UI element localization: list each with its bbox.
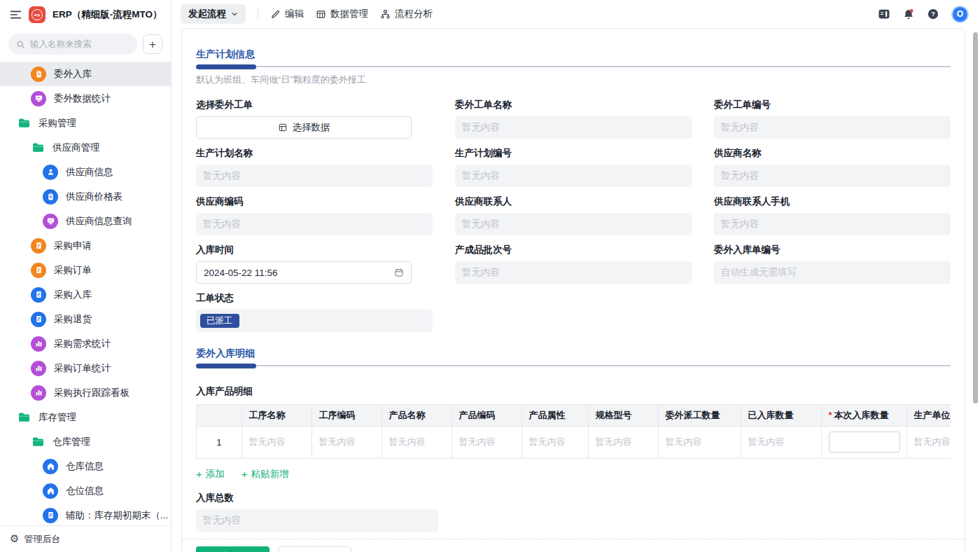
datetime-input[interactable]: 2024-05-22 11:56 (196, 261, 412, 284)
select-data-button[interactable]: 选择数据 (196, 116, 412, 139)
notifications-bell-icon[interactable] (902, 8, 915, 21)
folder-icon (31, 435, 45, 448)
field-label: 供应商联系人手机 (714, 195, 951, 208)
start-process-label: 发起流程 (188, 8, 226, 20)
gear-icon: ⚙ (10, 534, 19, 544)
total-inbound-field: 入库总数 暂无内容 (196, 492, 438, 532)
form-field: 生产计划编号暂无内容 (455, 147, 692, 187)
column-header: 生产单位 (906, 405, 951, 426)
home-icon (43, 459, 58, 474)
detail-table-wrap: 工序名称工序编码产品名称产品编码产品属性规格型号委外派工数量已入库数量*本次入库… (196, 404, 951, 459)
sidebar-item[interactable]: 仓位信息 (0, 478, 171, 503)
table-cell: 暂无内容 (588, 426, 658, 458)
field-label: 产成品批次号 (455, 244, 692, 256)
table-grid-icon (316, 9, 326, 20)
form-field: 生产计划名称暂无内容 (196, 147, 433, 187)
sidebar-item-label: 采购申请 (54, 240, 92, 252)
hamburger-menu-icon[interactable] (10, 10, 22, 20)
readonly-field: 暂无内容 (455, 261, 692, 284)
search-box[interactable] (8, 34, 137, 55)
sidebar-item[interactable]: 供应商管理 (0, 135, 171, 160)
detail-table: 工序名称工序编码产品名称产品编码产品属性规格型号委外派工数量已入库数量*本次入库… (197, 405, 951, 459)
sidebar-item[interactable]: 仓库管理 (0, 429, 171, 454)
sidebar-item[interactable]: 采购管理 (0, 111, 171, 135)
inbound-quantity-input[interactable] (829, 432, 900, 453)
sidebar-item[interactable]: 供应商价格表 (0, 184, 171, 209)
admin-backend-link[interactable]: ⚙ 管理后台 (0, 525, 171, 552)
folder-icon (17, 116, 31, 130)
section-subtitle: 默认为班组、车间做“日”颗粒度的委外报工 (196, 74, 951, 86)
data-management-menu-item[interactable]: 数据管理 (316, 8, 368, 20)
required-asterisk: * (829, 410, 832, 420)
sidebar-item[interactable]: 采购执行跟踪看板 (0, 380, 171, 405)
sidebar-item[interactable]: 委外数据统计 (0, 86, 171, 111)
sidebar-item[interactable]: 采购订单统计 (0, 356, 171, 380)
user-avatar[interactable]: O (951, 6, 969, 23)
table-cell: 暂无内容 (241, 426, 312, 458)
calendar-icon (394, 268, 404, 277)
paste-add-link[interactable]: + 粘贴新增 (241, 468, 289, 481)
doc-icon (31, 287, 46, 303)
person-icon (43, 165, 58, 180)
sidebar-item[interactable]: 采购需求统计 (0, 331, 171, 356)
column-header: 已入库数量 (741, 405, 821, 426)
detail-table-label: 入库产品明细 (196, 385, 951, 398)
section-outsourcing-inbound-detail: 委外入库明细 (196, 347, 951, 368)
sidebar-menu: 委外入库委外数据统计采购管理供应商管理供应商信息供应商价格表供应商信息查询采购申… (0, 62, 171, 525)
scrollbar[interactable] (973, 32, 978, 403)
help-icon[interactable]: ? (927, 8, 939, 20)
search-input[interactable] (30, 39, 130, 49)
row-number-cell: 1 (197, 426, 241, 458)
process-analysis-label: 流程分析 (395, 8, 433, 20)
total-inbound-value: 暂无内容 (196, 509, 438, 532)
sidebar-item[interactable]: 采购退货 (0, 307, 171, 331)
plus-icon: + (241, 469, 248, 479)
table-cell: 暂无内容 (658, 426, 741, 458)
sidebar-item[interactable]: 库存管理 (0, 405, 171, 429)
field-label: 供应商联系人 (455, 195, 692, 208)
field-label: 入库时间 (196, 244, 433, 256)
org-chart-icon (380, 9, 391, 20)
section-progress-bar (196, 64, 951, 69)
monitor-icon (31, 91, 46, 106)
edit-menu-item[interactable]: 编辑 (270, 8, 304, 20)
sidebar-item-label: 库存管理 (38, 411, 76, 424)
readonly-field: 暂无内容 (455, 213, 692, 235)
sidebar-header: erp ERP（精细版-流程MTO） (0, 0, 171, 29)
add-button[interactable]: + (143, 34, 162, 54)
column-header: 工序编码 (312, 405, 382, 426)
sidebar-item[interactable]: 采购入库 (0, 282, 171, 307)
sidebar-item[interactable]: 仓库信息 (0, 454, 171, 478)
sidebar-item[interactable]: 辅助：库存期初期末（... (0, 503, 171, 525)
submit-button[interactable]: 提交 (196, 546, 270, 552)
section-title: 委外入库明细 (196, 347, 951, 360)
doc-icon (31, 238, 46, 254)
sidebar-item-label: 辅助：库存期初期末（... (66, 509, 168, 522)
sidebar-item[interactable]: 采购订单 (0, 258, 171, 282)
save-draft-button[interactable]: 保存草稿 (278, 546, 351, 552)
start-process-button[interactable]: 发起流程 (181, 4, 246, 24)
panel-toggle-icon[interactable] (878, 8, 890, 20)
sidebar-item-label: 采购订单 (54, 264, 92, 277)
sidebar-item[interactable]: 供应商信息 (0, 160, 171, 184)
readonly-field: 暂无内容 (455, 116, 692, 139)
footer-buttons: 提交 保存草稿 (196, 539, 951, 552)
edit-label: 编辑 (285, 8, 304, 20)
table-cell: 暂无内容 (312, 426, 382, 458)
sidebar-item[interactable]: 采购申请 (0, 233, 171, 258)
sidebar-item-label: 仓库管理 (52, 436, 90, 448)
form-field: 供应商联系人手机暂无内容 (714, 195, 951, 235)
sidebar-item[interactable]: 供应商信息查询 (0, 209, 171, 233)
add-row-link[interactable]: + 添加 (196, 468, 225, 481)
add-row-label: 添加 (206, 468, 225, 481)
field-label: 生产计划名称 (196, 147, 433, 160)
sidebar-item[interactable]: 委外入库 (0, 62, 171, 86)
field-label: 供应商编码 (196, 195, 433, 208)
app-logo-text: erp (31, 9, 43, 20)
process-analysis-menu-item[interactable]: 流程分析 (380, 8, 433, 20)
paste-add-label: 粘贴新增 (251, 468, 289, 481)
table-cell: 暂无内容 (741, 426, 821, 458)
table-actions: + 添加 + 粘贴新增 (196, 468, 951, 481)
select-data-icon (278, 123, 288, 132)
column-header: 产品编码 (451, 405, 522, 426)
